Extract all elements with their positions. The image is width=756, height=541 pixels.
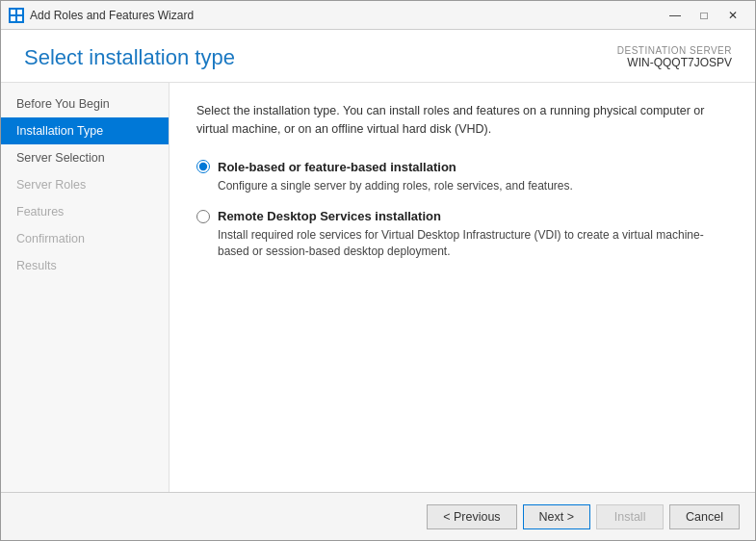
window-title: Add Roles and Features Wizard <box>30 9 661 22</box>
radio-remote-desktop[interactable] <box>196 210 210 223</box>
wizard-content: Before You Begin Installation Type Serve… <box>1 83 755 492</box>
svg-rect-3 <box>17 16 22 21</box>
window-controls: — □ ✕ <box>661 5 747 26</box>
option-role-based: Role-based or feature-based installation… <box>196 160 728 194</box>
main-content-area: Select the installation type. You can in… <box>169 83 755 492</box>
option-remote-desktop-label-row: Remote Desktop Services installation <box>196 209 728 223</box>
option-role-based-label-row: Role-based or feature-based installation <box>196 160 728 174</box>
wizard-window: Add Roles and Features Wizard — □ ✕ Sele… <box>0 0 756 541</box>
page-title: Select installation type <box>24 45 235 70</box>
destination-server-name: WIN-QQQT7JOSPV <box>617 56 732 69</box>
sidebar-item-installation-type[interactable]: Installation Type <box>1 117 169 144</box>
installation-type-options: Role-based or feature-based installation… <box>196 160 728 260</box>
intro-text: Select the installation type. You can in… <box>196 102 717 139</box>
cancel-button[interactable]: Cancel <box>669 504 740 529</box>
minimize-button[interactable]: — <box>661 5 690 26</box>
radio-role-based-desc: Configure a single server by adding role… <box>218 178 718 194</box>
destination-server-label: DESTINATION SERVER <box>617 45 732 56</box>
install-button[interactable]: Install <box>596 504 664 529</box>
sidebar-item-results: Results <box>1 252 169 279</box>
title-bar: Add Roles and Features Wizard — □ ✕ <box>1 1 755 30</box>
sidebar: Before You Begin Installation Type Serve… <box>1 83 169 492</box>
radio-remote-desktop-desc: Install required role services for Virtu… <box>218 227 718 260</box>
sidebar-item-server-roles: Server Roles <box>1 171 169 198</box>
wizard-footer: < Previous Next > Install Cancel <box>1 492 755 540</box>
destination-server-info: DESTINATION SERVER WIN-QQQT7JOSPV <box>617 45 732 69</box>
sidebar-item-features: Features <box>1 198 169 225</box>
option-remote-desktop: Remote Desktop Services installation Ins… <box>196 209 728 260</box>
radio-role-based[interactable] <box>196 160 210 173</box>
maximize-button[interactable]: □ <box>690 5 718 26</box>
sidebar-item-before-you-begin[interactable]: Before You Begin <box>1 90 169 117</box>
wizard-header: Select installation type DESTINATION SER… <box>1 30 755 83</box>
app-icon <box>9 8 24 23</box>
next-button[interactable]: Next > <box>523 504 590 529</box>
previous-button[interactable]: < Previous <box>427 504 516 529</box>
sidebar-item-server-selection[interactable]: Server Selection <box>1 144 169 171</box>
svg-rect-2 <box>11 16 15 21</box>
svg-rect-1 <box>17 10 22 14</box>
wizard-body: Select installation type DESTINATION SER… <box>1 30 755 540</box>
sidebar-item-confirmation: Confirmation <box>1 225 169 252</box>
radio-remote-desktop-label[interactable]: Remote Desktop Services installation <box>218 209 441 223</box>
radio-role-based-label[interactable]: Role-based or feature-based installation <box>218 160 456 174</box>
svg-rect-0 <box>11 10 15 14</box>
close-button[interactable]: ✕ <box>718 5 747 26</box>
